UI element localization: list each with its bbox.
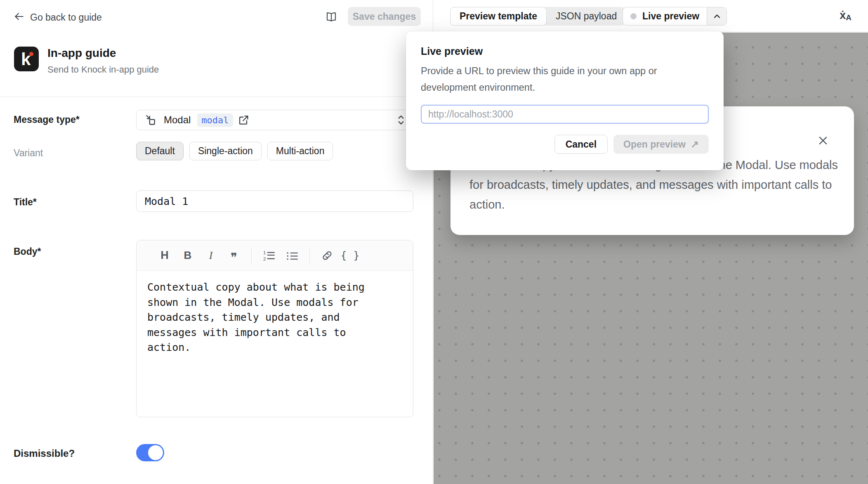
toolbar-divider [309, 248, 310, 263]
svg-text:2: 2 [263, 256, 266, 261]
editor-panel: Go back to guide Save changes k In-app g… [0, 0, 433, 484]
header-divider [0, 96, 433, 97]
dismissible-label: Dismissible? [14, 448, 75, 459]
logo-red-dot [29, 52, 33, 56]
open-preview-label: Open preview [623, 139, 686, 150]
italic-button[interactable]: I [201, 246, 221, 265]
message-type-key-badge: modal [197, 113, 233, 127]
arrow-up-right-icon: ↗ [691, 139, 699, 150]
open-preview-button[interactable]: Open preview ↗ [613, 135, 709, 154]
arrow-left-icon [14, 11, 24, 23]
back-label: Go back to guide [30, 12, 102, 23]
translate-icon[interactable]: ẋ A [840, 9, 851, 22]
translate-x-glyph: ẋ [840, 9, 846, 22]
ordered-list-button[interactable]: 12 [259, 246, 279, 265]
title-label: Title* [14, 197, 37, 208]
translate-a-glyph: A [846, 13, 851, 22]
go-back-link[interactable]: Go back to guide [14, 11, 102, 23]
bullet-list-button[interactable] [282, 246, 302, 265]
popover-actions: Cancel Open preview ↗ [421, 135, 709, 154]
body-editor: H B I ❞ 12 { } Contextual copy about wha… [136, 240, 413, 417]
code-braces-button[interactable]: { } [340, 246, 360, 265]
message-type-select[interactable]: Modal modal [136, 110, 413, 130]
close-icon[interactable] [816, 134, 830, 148]
live-preview-popover: Live preview Provide a URL to preview th… [406, 31, 724, 170]
variant-option-single-action[interactable]: Single-action [189, 142, 262, 160]
chevron-up-icon[interactable] [707, 7, 726, 26]
docs-book-icon[interactable] [324, 10, 338, 24]
variant-option-multi-action[interactable]: Multi-action [267, 142, 333, 160]
variant-option-default[interactable]: Default [136, 142, 184, 160]
save-button[interactable]: Save changes [348, 7, 421, 26]
toggle-knob [148, 445, 163, 460]
link-button[interactable] [317, 246, 337, 265]
live-preview-label: Live preview [642, 11, 707, 22]
bold-button[interactable]: B [178, 246, 198, 265]
popover-description: Provide a URL to preview this guide in y… [421, 63, 695, 96]
body-textarea[interactable]: Contextual copy about what is being show… [137, 271, 405, 355]
heading-button[interactable]: H [155, 246, 175, 265]
variant-options: Default Single-action Multi-action [136, 142, 333, 160]
logo-letter: k [21, 49, 31, 69]
chevron-up-down-icon [396, 113, 406, 127]
title-input[interactable] [136, 190, 413, 212]
page-subtitle: Send to Knock in-app guide [47, 64, 159, 75]
dismissible-toggle[interactable] [136, 444, 164, 461]
blockquote-button[interactable]: ❞ [224, 246, 244, 265]
variant-label: Variant [14, 148, 43, 159]
cancel-button[interactable]: Cancel [554, 135, 608, 154]
toolbar-divider [251, 248, 252, 263]
preview-url-input[interactable] [421, 105, 709, 124]
tab-json-payload[interactable]: JSON payload [547, 7, 626, 26]
modal-type-icon [145, 114, 157, 126]
message-type-label: Message type* [14, 114, 80, 125]
body-label: Body* [14, 246, 41, 257]
app-root: Go back to guide Save changes k In-app g… [0, 0, 868, 484]
page-title: In-app guide [47, 47, 116, 60]
popover-title: Live preview [421, 45, 709, 57]
editor-toolbar: H B I ❞ 12 { } [137, 240, 413, 271]
tab-preview-template[interactable]: Preview template [450, 7, 547, 26]
message-type-value: Modal [164, 114, 191, 126]
svg-text:1: 1 [263, 249, 266, 255]
cancel-button-label: Cancel [566, 139, 597, 150]
status-dot [630, 13, 637, 19]
external-link-icon[interactable] [238, 114, 250, 126]
preview-header: Preview template JSON payload Live previ… [434, 0, 868, 32]
save-button-label: Save changes [353, 11, 416, 22]
preview-mode-tabs: Preview template JSON payload [450, 7, 626, 26]
live-preview-button[interactable]: Live preview [623, 7, 727, 26]
knock-logo: k [14, 47, 39, 71]
